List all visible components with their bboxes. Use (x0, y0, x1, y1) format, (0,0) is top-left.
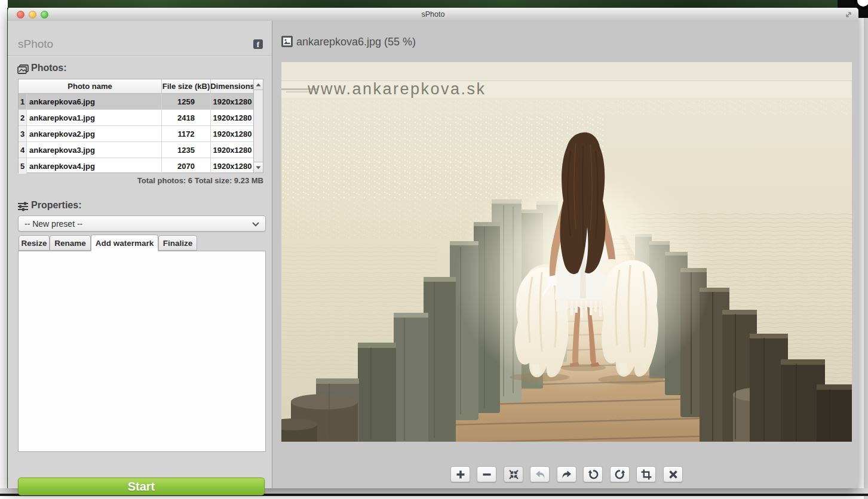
table-row[interactable]: 3 ankarepkova2.jpg 1172 1920x1280 (19, 126, 263, 142)
window-title: sPhoto (8, 10, 858, 19)
settings-panel: sPhoto f Photos: Photo name File size (k… (8, 21, 272, 488)
app-title: sPhoto (18, 38, 53, 51)
table-row[interactable]: 4 ankarepkova3.jpg 1235 1920x1280 (19, 142, 263, 158)
chevron-down-icon (252, 219, 265, 229)
close-icon (667, 468, 680, 481)
photo-scene: www.ankarepkova.sk (281, 62, 852, 442)
crop-button[interactable] (636, 466, 656, 482)
watermark-tab-panel (18, 251, 266, 452)
plus-icon (454, 468, 467, 481)
rotate-cw-icon (614, 468, 627, 481)
photo-preview[interactable]: www.ankarepkova.sk (281, 62, 852, 442)
desktop-right-edge (864, 18, 868, 499)
table-row[interactable]: 1 ankarepkova6.jpg 1259 1920x1280 (19, 94, 263, 110)
column-header-photo-name[interactable]: Photo name (19, 79, 162, 93)
collapse-arrows-icon (507, 468, 520, 481)
table-scrollbar[interactable] (253, 79, 263, 173)
table-header-row[interactable]: Photo name File size (kB) Dimensions (19, 79, 263, 94)
scroll-down-icon[interactable] (254, 162, 263, 173)
facebook-icon[interactable]: f (253, 39, 263, 49)
totals-label: Total photos: 6 Total size: 9.23 MB (8, 176, 263, 185)
tab-rename[interactable]: Rename (50, 235, 91, 251)
photos-section-title: Photos: (31, 63, 67, 73)
image-file-icon (281, 36, 293, 47)
photos-icon (17, 64, 29, 75)
sphoto-window: sPhoto sPhoto f Photos: Photo name File … (8, 8, 858, 488)
properties-section-title: Properties: (31, 200, 81, 211)
crop-icon (640, 468, 653, 481)
fit-to-window-button[interactable] (504, 466, 523, 482)
redo-icon (560, 468, 573, 481)
minus-icon (480, 468, 493, 481)
tab-add-watermark[interactable]: Add watermark (91, 235, 158, 251)
properties-icon (17, 202, 29, 212)
window-titlebar[interactable]: sPhoto (8, 8, 858, 21)
preset-selected-value: -- New preset -- (19, 219, 252, 229)
zoom-out-button[interactable] (477, 466, 496, 482)
desktop-wallpaper-strip (8, 0, 841, 8)
undo-button[interactable] (530, 466, 550, 482)
column-header-file-size[interactable]: File size (kB) (162, 79, 211, 93)
rotate-ccw-icon (587, 468, 600, 481)
photo-watermark-text: www.ankarepkova.sk (307, 80, 486, 98)
preview-filename-label: ankarepkova6.jpg (55 %) (296, 36, 416, 48)
close-preview-button[interactable] (663, 466, 683, 482)
column-header-dimensions[interactable]: Dimensions (211, 79, 254, 93)
tab-resize[interactable]: Resize (19, 235, 50, 251)
scroll-up-icon[interactable] (254, 79, 263, 90)
preview-panel: ankarepkova6.jpg (55 %) (272, 21, 858, 488)
table-row[interactable]: 5 ankarepkova4.jpg 2070 1920x1280 (19, 158, 263, 174)
undo-icon (533, 468, 547, 481)
start-button[interactable]: Start (18, 478, 265, 495)
redo-button[interactable] (557, 466, 576, 482)
zoom-in-button[interactable] (450, 466, 470, 482)
table-row[interactable]: 2 ankarepkova1.jpg 2418 1920x1280 (19, 110, 263, 126)
tab-finalize[interactable]: Finalize (158, 235, 197, 251)
preview-toolbar (272, 466, 859, 484)
header-divider (8, 56, 272, 57)
rotate-right-button[interactable] (610, 466, 630, 482)
desktop-background: sPhoto sPhoto f Photos: Photo name File … (0, 0, 868, 499)
rotate-left-button[interactable] (583, 466, 603, 482)
preset-select[interactable]: -- New preset -- (18, 215, 266, 232)
photo-table: Photo name File size (kB) Dimensions 1 a… (18, 79, 263, 173)
resize-diagonal-icon[interactable] (844, 10, 853, 21)
